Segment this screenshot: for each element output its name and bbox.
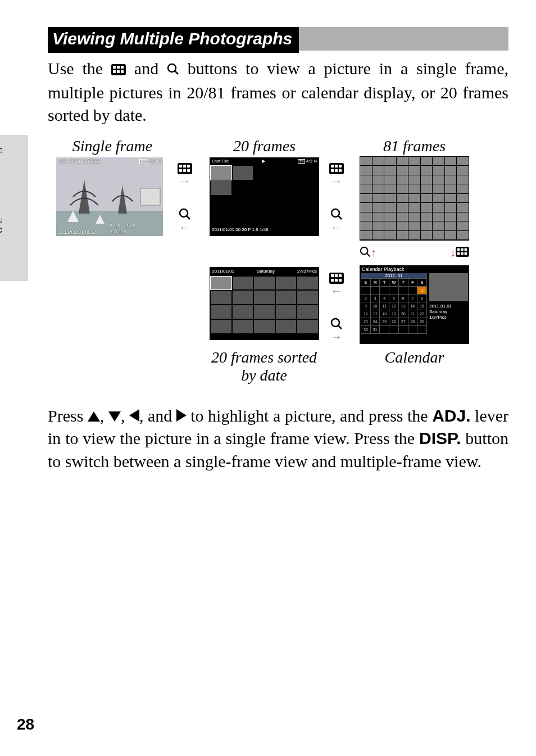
heading-wrap: Viewing Multiple Photographs — [48, 27, 508, 51]
overlay-shutter: 1/48 — [126, 223, 135, 228]
svg-rect-1 — [113, 66, 116, 69]
label-calendar: Calendar — [360, 348, 469, 366]
arrow-left-icon: ← — [177, 220, 193, 235]
svg-point-30 — [361, 247, 368, 254]
sorted-20-preview: 2011/01/01 Saturday 37/37Pics — [210, 267, 319, 340]
overlay-bottom-left: 2011/01/01 00:20 — [58, 229, 98, 235]
view-mode-diagram: Single frame 20 frames 81 frames 100–001… — [48, 141, 508, 393]
section-heading: Viewing Multiple Photographs — [48, 27, 299, 53]
magnify-button-3: → — [329, 318, 344, 345]
single-frame-preview: 100–0011 11/9999 SD 4:3 N 2011/01/01 00:… — [56, 157, 163, 236]
adj-label: ADJ. — [432, 406, 470, 425]
svg-rect-24 — [339, 165, 342, 168]
magnify-button-2: ← — [329, 208, 344, 235]
grid20-hdr-left: Last File — [212, 159, 229, 164]
intro-paragraph: Use the and buttons to view a picture in… — [48, 57, 508, 127]
svg-line-47 — [338, 325, 342, 329]
label-single-frame: Single frame — [59, 137, 166, 155]
svg-rect-17 — [183, 169, 186, 172]
svg-rect-44 — [335, 279, 338, 282]
calendar-title: Calendar Playback — [360, 265, 469, 273]
calendar-side-thumb — [429, 273, 468, 301]
arrow-right-icon: → — [329, 330, 344, 345]
overlay-top-left: 100–0011 11/9999 — [58, 159, 101, 164]
svg-line-29 — [338, 216, 342, 219]
svg-rect-6 — [121, 70, 124, 73]
axis-row: ↑ ↓ — [360, 246, 469, 260]
svg-point-46 — [331, 319, 339, 327]
content-area: Viewing Multiple Photographs Use the and… — [48, 27, 508, 486]
overlay-f: F 1.9 — [110, 223, 120, 228]
sort20-date: 2011/01/01 — [212, 269, 234, 274]
svg-rect-34 — [461, 248, 464, 251]
body-paragraph-2: Press , , , and to highlight a picture, … — [48, 405, 508, 473]
calendar-month: 2011. 01 — [361, 273, 427, 278]
arrow-right-icon: → — [177, 174, 193, 189]
svg-rect-40 — [331, 274, 334, 277]
svg-rect-22 — [331, 165, 334, 168]
magnify-button-1: ← — [177, 208, 193, 235]
disp-label: DISP. — [419, 429, 461, 447]
label-20-frames: 20 frames — [210, 137, 319, 155]
svg-rect-23 — [335, 165, 338, 168]
grid20-hdr-right: SD 4:3 N — [298, 159, 317, 164]
svg-rect-43 — [331, 279, 334, 282]
side-tab: First-time user? Read this. — [0, 135, 28, 281]
grid-button-3: ← — [329, 273, 344, 298]
t1: Press — [48, 406, 88, 425]
overlay-iso: ISO 125 — [110, 229, 126, 234]
svg-line-20 — [187, 216, 190, 219]
grid20-footer: 2011/01/01 00:20 F 1.9 1/48 — [210, 227, 319, 233]
calendar-preview: Calendar Playback 2011. 01 SMTWTFS 1 234… — [360, 265, 469, 344]
svg-rect-26 — [335, 169, 338, 172]
svg-rect-3 — [121, 66, 124, 69]
svg-rect-41 — [335, 274, 338, 277]
svg-rect-33 — [457, 248, 460, 251]
thumbnail-grid-icon — [111, 58, 126, 82]
grid-20-preview: Last File ▶ SD 4:3 N 2011/01/01 00:20 F … — [210, 157, 319, 236]
svg-point-28 — [331, 209, 339, 217]
svg-rect-13 — [179, 165, 182, 168]
svg-rect-45 — [339, 279, 342, 282]
sort20-day: Saturday — [257, 269, 275, 274]
cal-side-date: 2011.01.01 — [429, 304, 468, 309]
down-arrow-icon: ↓ — [450, 246, 456, 259]
grid-button-1: → — [177, 163, 193, 189]
sort20-count: 37/37Pics — [297, 269, 317, 274]
side-tab-text: First-time user? Read this. — [0, 146, 4, 275]
svg-rect-11 — [140, 188, 160, 205]
overlay-top-right: SD 4:3 N — [139, 159, 161, 164]
svg-rect-27 — [339, 169, 342, 172]
calendar-side: 2011.01.01 Saturday 1/37Pics — [429, 273, 468, 334]
label-sorted: 20 frames sorted by date — [202, 348, 326, 384]
arrow-right-icon: → — [329, 174, 344, 189]
svg-rect-37 — [461, 252, 464, 255]
svg-rect-16 — [179, 169, 182, 172]
triangle-up-icon — [88, 411, 100, 422]
svg-line-31 — [367, 253, 370, 256]
thumbnail-grid-icon — [456, 247, 469, 259]
triangle-left-icon — [129, 409, 139, 422]
triangle-down-icon — [108, 411, 121, 422]
calendar-grid: 2011. 01 SMTWTFS 1 2345678 9101112131415… — [361, 273, 427, 334]
triangle-right-icon — [176, 409, 187, 422]
svg-rect-15 — [187, 165, 190, 168]
svg-point-7 — [168, 64, 176, 72]
page-number: 28 — [17, 716, 34, 734]
svg-rect-36 — [457, 252, 460, 255]
svg-line-8 — [175, 71, 178, 74]
cal-side-count: 1/37Pics — [429, 315, 468, 320]
svg-rect-5 — [117, 70, 120, 73]
magnify-icon — [360, 246, 371, 260]
intro-text-2: and — [126, 59, 167, 78]
svg-rect-42 — [339, 274, 342, 277]
intro-text-1: Use the — [48, 59, 111, 78]
svg-rect-25 — [331, 169, 334, 172]
svg-rect-2 — [117, 66, 120, 69]
label-81-frames: 81 frames — [360, 137, 469, 155]
svg-rect-14 — [183, 165, 186, 168]
magnify-icon — [167, 58, 179, 82]
arrow-left-icon: ← — [329, 220, 344, 235]
grid-81-preview — [360, 156, 469, 241]
svg-rect-4 — [113, 70, 116, 73]
